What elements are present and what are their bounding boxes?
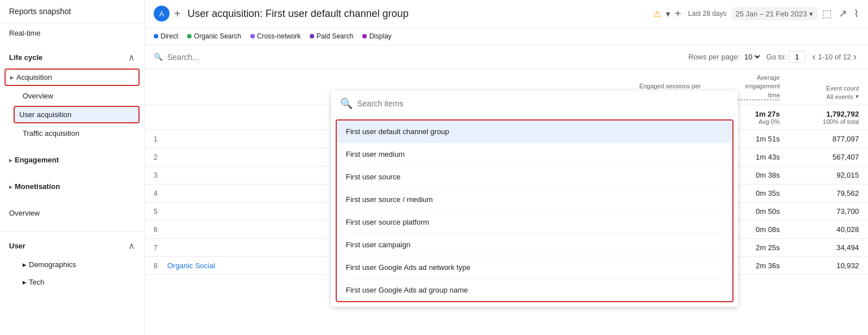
- goto-label: Go to:: [766, 53, 786, 61]
- sidebar-item-overview[interactable]: Overview: [9, 87, 140, 105]
- warning-icon: ⚠: [653, 8, 661, 19]
- sidebar-section-user[interactable]: User ∧: [0, 236, 144, 256]
- legend-dot-cross-network: [250, 34, 255, 38]
- header: A + User acquisition: First user default…: [145, 0, 868, 28]
- legend-organic-search: Organic Search: [187, 32, 241, 40]
- page-info: 1-10 of 12: [818, 53, 851, 61]
- legend-dot-direct: [154, 34, 158, 38]
- row-event-count: 79,562: [780, 189, 859, 197]
- dropdown-item[interactable]: First user Google Ads ad group name: [337, 279, 732, 301]
- share-button[interactable]: ↗: [839, 7, 847, 20]
- sidebar-title: Reports snapshot: [0, 0, 144, 23]
- row-event-count: 567,407: [780, 153, 859, 161]
- row-number: 7: [154, 244, 167, 252]
- user-chevron: ∧: [128, 240, 135, 251]
- sidebar-item-traffic-acquisition[interactable]: Traffic acquisition: [9, 124, 140, 142]
- sidebar-section-lifecycle[interactable]: Life cycle ∧: [0, 48, 144, 67]
- sidebar-item-realtime[interactable]: Real-time: [0, 23, 144, 43]
- row-number: 8: [154, 262, 167, 270]
- date-range-prefix: Last 28 days: [688, 10, 726, 18]
- avatar: A: [154, 6, 170, 22]
- dropdown-item[interactable]: First user default channel group: [337, 121, 732, 143]
- dropdown-search-icon: 🔍: [340, 97, 353, 110]
- row-number: 1: [154, 135, 167, 143]
- sidebar-item-overview-standalone[interactable]: Overview: [0, 204, 140, 222]
- dropdown-item[interactable]: First user source: [337, 166, 732, 188]
- table-search-icon: 🔍: [154, 53, 163, 61]
- main-content: A + User acquisition: First user default…: [145, 0, 868, 335]
- header-icons: ⬚ ↗ ⌇: [822, 7, 859, 20]
- acquisition-expand-icon: ▸: [10, 73, 14, 81]
- dropdown-search-input[interactable]: [357, 99, 729, 108]
- row-event-count: 10,932: [780, 261, 859, 270]
- monetisation-expand-icon: ▸: [9, 183, 12, 191]
- row-event-count: 877,097: [780, 135, 859, 143]
- add-report-button[interactable]: +: [174, 7, 181, 20]
- dropdown-item[interactable]: First user source platform: [337, 211, 732, 234]
- sidebar-item-demographics[interactable]: ▸ Demographics: [9, 256, 140, 273]
- date-range-selector[interactable]: 25 Jan – 21 Feb 2023 ▾: [731, 7, 818, 20]
- sidebar: Reports snapshot Real-time Life cycle ∧ …: [0, 0, 145, 335]
- sidebar-item-tech[interactable]: ▸ Tech: [9, 273, 140, 291]
- insights-button[interactable]: ⌇: [854, 7, 859, 20]
- row-number: 3: [154, 171, 167, 179]
- dimension-dropdown: 🔍 First user default channel groupFirst …: [331, 91, 738, 307]
- header-right: Last 28 days 25 Jan – 21 Feb 2023 ▾ ⬚ ↗ …: [688, 7, 859, 20]
- goto-page: Go to:: [766, 51, 805, 63]
- row-event-count: 73,700: [780, 207, 859, 216]
- demographics-expand-icon: ▸: [23, 260, 27, 269]
- legend-dot-display: [362, 34, 367, 38]
- page-title: User acquisition: First user default cha…: [188, 8, 646, 20]
- sidebar-section-engagement[interactable]: ▸ Engagement: [0, 151, 144, 169]
- customize-report-button[interactable]: ⬚: [822, 7, 832, 20]
- row-number: 5: [154, 208, 167, 216]
- event-count-filter-chevron[interactable]: ▾: [856, 93, 859, 100]
- date-range-value: 25 Jan – 21 Feb 2023: [736, 10, 808, 18]
- dropdown-item[interactable]: First user source / medium: [337, 188, 732, 211]
- rows-per-page-select[interactable]: 10 25 50: [742, 52, 762, 62]
- chart-legend: Direct Organic Search Cross-network Paid…: [145, 28, 868, 45]
- row-number: 2: [154, 153, 167, 161]
- engagement-expand-icon: ▸: [9, 156, 12, 164]
- rows-per-page: Rows per page: 10 25 50: [688, 52, 762, 62]
- event-count-filter: All events: [826, 93, 853, 100]
- row-event-count: 40,028: [780, 225, 859, 234]
- row-number: 4: [154, 190, 167, 197]
- legend-dot-organic-search: [187, 34, 192, 38]
- sidebar-item-user-acquisition-label: User acquisition: [19, 110, 72, 119]
- page-navigation: ‹ 1-10 of 12 ›: [810, 50, 859, 64]
- sidebar-item-acquisition[interactable]: ▸ Acquisition: [5, 68, 140, 86]
- table-toolbar: 🔍 Rows per page: 10 25 50 Go to: ‹: [145, 45, 868, 69]
- add-to-report-button[interactable]: +: [675, 7, 682, 20]
- dropdown-item[interactable]: First user Google Ads ad network type: [337, 256, 732, 279]
- legend-dot-paid-search: [310, 34, 314, 38]
- legend-cross-network: Cross-network: [250, 32, 301, 40]
- th-event-count: Event count All events ▾: [780, 84, 859, 100]
- date-chevron-icon: ▾: [809, 10, 813, 18]
- pagination: Rows per page: 10 25 50 Go to: ‹ 1-10 of…: [688, 50, 859, 64]
- legend-display: Display: [362, 32, 391, 40]
- title-dropdown-button[interactable]: ▾: [666, 8, 670, 19]
- legend-direct: Direct: [154, 32, 178, 40]
- totals-events: 1,792,792 100% of total: [780, 110, 859, 125]
- sidebar-item-user-acquisition[interactable]: User acquisition: [14, 106, 140, 123]
- totals-events-value: 1,792,792: [780, 110, 859, 118]
- goto-input[interactable]: [788, 51, 805, 63]
- table-search-input[interactable]: [167, 53, 688, 62]
- row-event-count: 34,494: [780, 243, 859, 252]
- sidebar-item-acquisition-label: Acquisition: [16, 73, 52, 81]
- dropdown-item[interactable]: First user medium: [337, 143, 732, 166]
- next-page-button[interactable]: ›: [851, 50, 859, 64]
- dropdown-item[interactable]: First user campaign: [337, 234, 732, 256]
- lifecycle-chevron: ∧: [128, 52, 135, 63]
- row-number: 6: [154, 226, 167, 234]
- dropdown-search-bar: 🔍: [331, 91, 738, 117]
- totals-events-sub: 100% of total: [780, 118, 859, 125]
- row-event-count: 92,015: [780, 171, 859, 179]
- prev-page-button[interactable]: ‹: [810, 50, 818, 64]
- sidebar-section-monetisation[interactable]: ▸ Monetisation: [0, 178, 144, 195]
- dropdown-list: First user default channel groupFirst us…: [336, 119, 734, 302]
- rows-per-page-label: Rows per page:: [688, 53, 740, 61]
- legend-paid-search: Paid Search: [310, 32, 353, 40]
- tech-expand-icon: ▸: [23, 278, 27, 286]
